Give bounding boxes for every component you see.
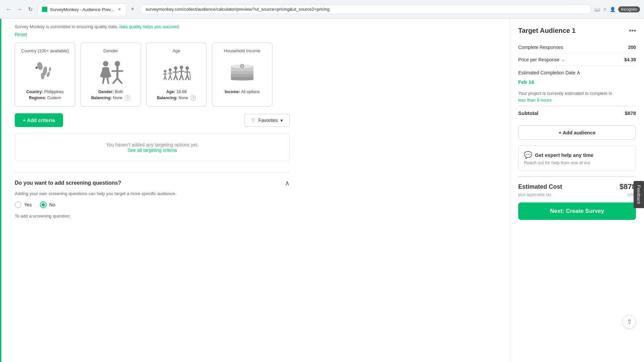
screening-title: Do you want to add screening questions? [15,180,121,186]
svg-line-40 [187,76,189,80]
main-content: Survey Monkey is committed to ensuring q… [1,19,510,362]
screening-section: Do you want to add screening questions? … [15,172,290,219]
targeting-empty-text: You haven't added any targeting options … [23,142,281,147]
no-radio-button[interactable] [40,201,47,208]
svg-line-9 [103,78,104,83]
to-add-note: To add a screening question: [15,214,290,219]
gender-icon [94,56,127,86]
criteria-cards: Country (100+ available) [15,43,290,107]
radio-dot [42,203,45,206]
age-card-detail: Age: 18-68 Balancing: None ? [157,89,196,101]
expert-help-box: 💬 Get expert help any time Reach out for… [518,145,636,171]
country-card[interactable]: Country (100+ available) [15,43,75,107]
income-card[interactable]: Household Income [212,43,272,107]
add-audience-button[interactable]: + Add audience [518,125,636,140]
audience-title: Target Audience 1 [518,27,576,35]
more-options-button[interactable]: ••• [629,27,636,35]
svg-text:$: $ [241,65,243,68]
estimated-cost-section: Estimated Cost $878 plus applicable tax … [518,176,636,220]
feedback-tab[interactable]: Feedback [634,181,644,208]
tab-close-button[interactable]: ✕ [117,7,122,12]
reader-icon: 📖 [594,7,600,12]
income-card-title: Household Income [224,48,260,53]
active-tab[interactable]: SurveyMonkey - Audience Prev... ✕ [38,3,126,15]
subtotal-value: $878 [625,110,636,116]
yes-option[interactable]: Yes [15,201,32,208]
svg-line-15 [117,78,122,83]
cost-main-row: Estimated Cost $878 [518,182,636,191]
price-per-response-label: Price per Response [518,57,559,62]
income-card-detail: Income: All options [225,89,260,95]
screening-radio-group: Yes No [15,201,290,208]
date-value-row: Feb 16 [518,79,636,87]
chat-icon: 💬 [524,151,532,159]
back-button[interactable]: ← [4,5,13,14]
gender-card-title: Gender [103,48,118,53]
no-option[interactable]: No [40,201,55,208]
bookmark-icon[interactable]: ☆ [603,7,607,12]
browser-tabs: SurveyMonkey - Audience Prev... ✕ + [38,3,137,15]
age-card-title: Age [172,48,180,53]
audience-header: Target Audience 1 ••• [518,27,636,35]
new-tab-button[interactable]: + [128,5,137,14]
svg-point-3 [46,71,51,77]
yes-radio-button[interactable] [15,201,21,208]
cost-tax-row: plus applicable tax USD [518,192,636,197]
incognito-badge: Incognito [618,6,640,12]
next-create-survey-button[interactable]: Next: Create Survey [518,202,636,220]
scroll-up-button[interactable]: ⇧ [623,315,636,328]
svg-line-10 [107,78,108,83]
address-bar[interactable]: surveymonkey.com/collect/audience/calcul… [140,4,592,14]
see-all-targeting-link[interactable]: See all targeting criteria [127,147,177,153]
right-sidebar: Target Audience 1 ••• Complete Responses… [510,19,644,362]
estimated-completion-row: Estimated Completion Date ∧ [518,66,636,79]
browser-chrome: ← → ↻ SurveyMonkey - Audience Prev... ✕ … [0,0,644,19]
heart-icon: ♡ [251,118,256,123]
age-icon [160,56,193,86]
age-balancing-help-icon[interactable]: ? [191,95,196,101]
svg-point-4 [49,67,51,72]
top-note: Survey Monkey is committed to ensuring q… [15,24,290,29]
profile-icon[interactable]: 👤 [610,7,615,12]
tab-favicon [42,7,47,12]
estimated-cost-label: Estimated Cost [518,183,562,190]
svg-line-35 [181,75,183,79]
screening-collapse-icon: ∧ [285,179,290,187]
screening-description: Adding your own screening questions can … [15,191,290,196]
data-quality-link[interactable]: data quality helps you succeed. [119,24,180,29]
favorites-button[interactable]: ♡ Favorites ▾ [244,114,290,127]
svg-line-41 [190,72,191,80]
age-card[interactable]: Age [146,43,207,107]
completion-date-value: Feb 16 [518,79,534,85]
tab-label: SurveyMonkey - Audience Prev... [50,7,114,12]
url-text: surveymonkey.com/collect/audience/calcul… [146,7,329,12]
forward-button[interactable]: → [15,5,24,14]
gender-card[interactable]: Gender [80,43,141,107]
no-label: No [49,202,55,207]
country-card-detail: Country: Philippines Regions: Custom [26,89,63,101]
subtotal-label: Subtotal [518,110,538,116]
subtotal-row: Subtotal $878 [518,106,636,120]
browser-actions: 📖 ☆ 👤 Incognito [594,6,640,12]
expert-help-title: 💬 Get expert help any time [524,151,630,159]
favorites-chevron-icon: ▾ [280,118,283,123]
price-chevron-icon[interactable]: ⌄ [561,57,565,62]
balancing-help-icon[interactable]: ? [125,95,130,101]
svg-point-0 [36,61,44,70]
country-card-title: Country (100+ available) [21,48,69,53]
actions-row: + Add criteria ♡ Favorites ▾ [15,113,290,127]
complete-responses-value: 200 [628,45,636,50]
add-criteria-button[interactable]: + Add criteria [15,113,63,127]
completion-collapse-icon[interactable]: ∧ [577,69,581,76]
svg-line-14 [113,78,117,83]
completion-info-text: Your project is currently estimated to c… [518,90,636,103]
screening-header[interactable]: Do you want to add screening questions? … [15,179,290,187]
less-than-hours-link[interactable]: less than 8 hours [518,98,551,103]
reload-button[interactable]: ↻ [25,5,35,14]
gender-card-detail: Gender: Both Balancing: None ? [91,89,130,101]
reset-link[interactable]: Reset [15,32,27,37]
svg-point-6 [103,61,108,66]
content-inner: Survey Monkey is committed to ensuring q… [1,19,303,232]
targeting-empty-state: You haven't added any targeting options … [15,134,290,161]
svg-line-25 [170,76,172,80]
